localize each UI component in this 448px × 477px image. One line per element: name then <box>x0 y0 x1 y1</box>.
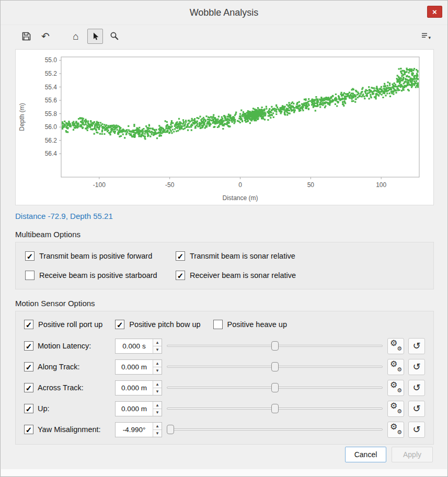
pointer-tool-button[interactable] <box>87 29 103 44</box>
svg-text:100: 100 <box>376 181 386 189</box>
spin-down-button[interactable]: ▾ <box>153 430 162 437</box>
yaw-misalignment-reset-button[interactable]: ↺ <box>408 422 425 438</box>
spin-up-icon: ▴ <box>156 340 159 345</box>
slider-handle[interactable] <box>271 341 279 351</box>
spin-up-button[interactable]: ▴ <box>153 360 162 367</box>
motion-latency-settings-button[interactable]: ⚙⚙ <box>387 338 404 354</box>
spin-up-button[interactable]: ▴ <box>153 339 162 346</box>
checkbox-label: Receiver beam is sonar relative <box>190 271 296 280</box>
save-button[interactable] <box>18 29 34 44</box>
checkbox-label: Transmit beam is positive forward <box>39 252 152 260</box>
motion-latency-slider[interactable] <box>166 340 383 352</box>
transmit-sonar-relative-checkbox[interactable]: ✓ <box>176 251 185 261</box>
spin-up-button[interactable]: ▴ <box>153 423 162 430</box>
wobble-chart[interactable]: 55.055.255.455.655.856.056.256.4-100-500… <box>16 50 433 205</box>
spin-up-button[interactable]: ▴ <box>153 381 162 388</box>
across-track-reset-button[interactable]: ↺ <box>408 380 425 396</box>
reset-icon: ↺ <box>412 425 420 434</box>
motion-latency-reset-button[interactable]: ↺ <box>408 338 425 354</box>
spin-arrows: ▴ ▾ <box>153 423 162 437</box>
cursor-icon <box>91 32 100 41</box>
slider-handle[interactable] <box>271 362 279 371</box>
svg-text:55.4: 55.4 <box>45 84 58 91</box>
dropdown-caret-icon: ▾ <box>428 36 431 40</box>
up-checkbox[interactable]: ✓ <box>24 404 33 413</box>
svg-text:0: 0 <box>238 181 242 189</box>
yaw-misalignment-spinbox[interactable]: -4.990° ▴ ▾ <box>115 422 162 437</box>
toolbar: ↶ ⌂ ▾ <box>1 25 447 46</box>
along-track-settings-button[interactable]: ⚙⚙ <box>387 359 404 375</box>
yaw-misalignment-settings-button[interactable]: ⚙⚙ <box>387 422 404 438</box>
yaw-misalignment-checkbox[interactable]: ✓ <box>24 425 33 434</box>
positive-roll-port-up-checkbox[interactable]: ✓ <box>24 320 33 329</box>
spin-down-button[interactable]: ▾ <box>153 388 162 395</box>
checkbox-transmit-positive-forward[interactable]: ✓ Transmit beam is positive forward <box>25 251 176 261</box>
zoom-tool-button[interactable] <box>107 29 122 44</box>
gears-icon: ⚙⚙ <box>390 424 401 435</box>
spin-down-icon: ▾ <box>156 368 159 373</box>
receiver-sonar-relative-checkbox[interactable]: ✓ <box>176 271 185 280</box>
receive-positive-starboard-checkbox[interactable] <box>25 271 35 280</box>
slider-handle[interactable] <box>271 404 279 413</box>
checkbox-positive-roll-port-up[interactable]: ✓ Positive roll port up <box>24 320 102 329</box>
checkbox-label: Positive pitch bow up <box>129 320 200 329</box>
home-button[interactable]: ⌂ <box>68 29 84 44</box>
svg-text:56.4: 56.4 <box>45 150 58 157</box>
close-button[interactable]: × <box>427 6 442 18</box>
along-track-spinbox[interactable]: 0.000 m ▴ ▾ <box>115 359 162 375</box>
along-track-reset-button[interactable]: ↺ <box>408 359 425 375</box>
svg-text:55.8: 55.8 <box>45 110 58 118</box>
multibeam-heading: Multibeam Options <box>15 230 433 239</box>
along-track-slider[interactable] <box>166 360 383 373</box>
spin-down-button[interactable]: ▾ <box>153 346 162 353</box>
svg-text:55.0: 55.0 <box>45 56 58 64</box>
along-track-checkbox[interactable]: ✓ <box>24 362 33 371</box>
up-slider[interactable] <box>166 402 383 415</box>
up-reset-button[interactable]: ↺ <box>408 401 425 417</box>
checkbox-transmit-sonar-relative[interactable]: ✓ Transmit beam is sonar relative <box>176 251 424 261</box>
positive-heave-up-checkbox[interactable] <box>213 320 223 329</box>
spin-down-button[interactable]: ▾ <box>153 367 162 374</box>
cancel-button[interactable]: Cancel <box>345 447 386 462</box>
transmit-positive-forward-checkbox[interactable]: ✓ <box>25 251 35 261</box>
svg-text:55.2: 55.2 <box>45 70 58 77</box>
checkbox-receiver-sonar-relative[interactable]: ✓ Receiver beam is sonar relative <box>176 271 424 280</box>
across-track-slider[interactable] <box>166 381 383 394</box>
wobble-analysis-dialog: Wobble Analysis × ↶ ⌂ <box>0 0 448 477</box>
motion-latency-checkbox[interactable]: ✓ <box>24 341 33 351</box>
reset-icon: ↺ <box>412 341 420 351</box>
across-track-checkbox[interactable]: ✓ <box>24 383 33 392</box>
spin-up-icon: ▴ <box>156 382 159 387</box>
checkbox-receive-positive-starboard[interactable]: Receive beam is positive starboard <box>25 271 176 280</box>
checkbox-label: Positive heave up <box>227 320 287 329</box>
motion-body: ✓ Positive roll port up ✓ Positive pitch… <box>16 311 433 444</box>
checkbox-positive-heave-up[interactable]: Positive heave up <box>213 320 287 329</box>
checkbox-positive-pitch-bow-up[interactable]: ✓ Positive pitch bow up <box>115 320 200 329</box>
titlebar[interactable]: Wobble Analysis × <box>1 1 447 25</box>
motion-latency-spinbox[interactable]: 0.000 s ▴ ▾ <box>115 339 162 354</box>
multibeam-grid: ✓ Transmit beam is positive forward ✓ Tr… <box>16 242 433 289</box>
plot-options-button[interactable]: ▾ <box>420 31 432 41</box>
up-value: 0.000 m <box>116 402 153 416</box>
cursor-readout: Distance -72.9, Depth 55.21 <box>15 212 433 220</box>
across-track-settings-button[interactable]: ⚙⚙ <box>387 380 404 396</box>
svg-text:-100: -100 <box>93 181 106 189</box>
undo-button[interactable]: ↶ <box>38 29 53 44</box>
slider-handle[interactable] <box>167 425 174 434</box>
dialog-footer: Cancel Apply <box>345 447 433 462</box>
spin-up-button[interactable]: ▴ <box>153 402 162 409</box>
along-track-value: 0.000 m <box>116 360 153 374</box>
yaw-misalignment-slider[interactable] <box>166 423 383 436</box>
positive-pitch-bow-up-checkbox[interactable]: ✓ <box>115 320 124 329</box>
svg-text:55.6: 55.6 <box>45 97 58 104</box>
slider-handle[interactable] <box>271 383 279 392</box>
magnifier-icon <box>110 31 119 41</box>
svg-text:56.2: 56.2 <box>45 137 58 144</box>
spin-arrows: ▴ ▾ <box>153 339 162 353</box>
reset-icon: ↺ <box>412 362 420 371</box>
across-track-spinbox[interactable]: 0.000 m ▴ ▾ <box>115 380 162 395</box>
up-settings-button[interactable]: ⚙⚙ <box>387 401 404 417</box>
up-spinbox[interactable]: 0.000 m ▴ ▾ <box>115 401 162 416</box>
apply-button[interactable]: Apply <box>392 447 433 462</box>
spin-down-button[interactable]: ▾ <box>153 409 162 416</box>
